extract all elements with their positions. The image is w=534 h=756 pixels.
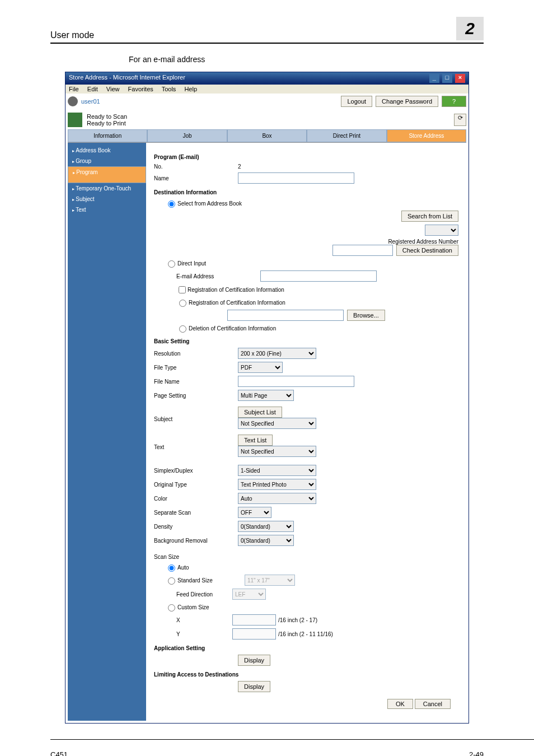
status-print: Ready to Print bbox=[87, 120, 127, 127]
reg-addr-num-input[interactable] bbox=[332, 245, 393, 256]
printer-icon bbox=[68, 113, 82, 127]
limit-display-button[interactable]: Display bbox=[238, 681, 270, 692]
menu-tools[interactable]: Tools bbox=[162, 86, 176, 92]
basic-heading: Basic Setting bbox=[154, 338, 458, 344]
dest-heading: Destination Information bbox=[154, 189, 458, 195]
menu-edit[interactable]: Edit bbox=[87, 86, 98, 92]
subject-select[interactable]: Not Specified bbox=[238, 418, 316, 429]
custsize-label: Custom Size bbox=[177, 604, 209, 610]
refresh-button[interactable]: ⟳ bbox=[454, 114, 466, 126]
menu-favorites[interactable]: Favorites bbox=[128, 86, 153, 92]
select-addr-radio[interactable] bbox=[168, 200, 175, 208]
cert-file-input[interactable] bbox=[227, 310, 344, 321]
search-list-button[interactable]: Search from List bbox=[401, 211, 458, 222]
custsize-radio[interactable] bbox=[168, 604, 175, 612]
del-cert-radio[interactable] bbox=[179, 325, 186, 333]
sepscan-select[interactable]: OFF bbox=[238, 507, 271, 518]
tab-store-address[interactable]: Store Address bbox=[387, 129, 466, 142]
sidebar-group[interactable]: Group bbox=[68, 156, 146, 166]
email-addr-input[interactable] bbox=[260, 270, 377, 282]
maximize-button[interactable]: □ bbox=[442, 74, 452, 83]
sidebar-temp-onetouch[interactable]: Temporary One-Touch bbox=[68, 183, 146, 194]
minimize-button[interactable]: _ bbox=[429, 74, 439, 83]
filetype-label: File Type bbox=[154, 365, 238, 371]
tab-direct-print[interactable]: Direct Print bbox=[307, 129, 386, 142]
chapter-number: 2 bbox=[456, 17, 484, 40]
x-unit: /16 inch (2 - 17) bbox=[278, 617, 317, 623]
email-addr-label: E-mail Address bbox=[176, 273, 260, 279]
name-input[interactable] bbox=[238, 172, 354, 184]
titlebar: Store Address - Microsoft Internet Explo… bbox=[65, 72, 469, 85]
origtype-label: Original Type bbox=[154, 482, 238, 488]
ok-button[interactable]: OK bbox=[387, 699, 413, 709]
help-button[interactable]: ? bbox=[442, 96, 466, 107]
reg-cert2-radio[interactable] bbox=[179, 300, 186, 307]
search-list-select[interactable] bbox=[425, 225, 458, 236]
color-label: Color bbox=[154, 496, 238, 502]
tab-job[interactable]: Job bbox=[147, 129, 227, 142]
stdsize-radio[interactable] bbox=[168, 577, 175, 585]
cancel-button[interactable]: Cancel bbox=[415, 699, 451, 709]
window-title: Store Address - Microsoft Internet Explo… bbox=[69, 74, 185, 83]
logout-button[interactable]: Logout bbox=[341, 96, 372, 107]
change-password-button[interactable]: Change Password bbox=[376, 96, 438, 107]
color-select[interactable]: Auto bbox=[238, 493, 316, 504]
no-label: No. bbox=[154, 164, 238, 170]
close-button[interactable]: × bbox=[455, 74, 465, 83]
density-label: Density bbox=[154, 524, 238, 530]
reg-cert2-label: Registration of Certification Informatio… bbox=[189, 300, 285, 306]
no-value: 2 bbox=[238, 164, 241, 170]
pageset-select[interactable]: Multi Page bbox=[238, 390, 294, 401]
menu-file[interactable]: File bbox=[69, 86, 79, 92]
text-label: Text bbox=[154, 444, 238, 450]
window-controls: _ □ × bbox=[428, 74, 465, 83]
tabs: Information Job Box Direct Print Store A… bbox=[68, 129, 466, 143]
filename-label: File Name bbox=[154, 379, 238, 385]
resolution-select[interactable]: 200 x 200 (Fine) bbox=[238, 348, 316, 359]
status-scan: Ready to Scan bbox=[87, 113, 127, 120]
sidebar-text[interactable]: Text bbox=[68, 204, 146, 215]
subject-list-button[interactable]: Subject List bbox=[238, 407, 282, 418]
subtitle: For an e-mail address bbox=[129, 55, 484, 64]
direct-input-radio[interactable] bbox=[168, 260, 175, 268]
bgremove-select[interactable]: 0(Standard) bbox=[238, 535, 294, 546]
feeddir-label: Feed Direction bbox=[176, 591, 232, 598]
name-label: Name bbox=[154, 175, 238, 181]
x-input[interactable] bbox=[232, 614, 276, 626]
tab-box[interactable]: Box bbox=[227, 129, 307, 142]
username: user01 bbox=[81, 98, 100, 105]
reg-cert-checkbox[interactable] bbox=[179, 286, 186, 293]
feeddir-select[interactable]: LEF bbox=[232, 589, 266, 600]
text-list-button[interactable]: Text List bbox=[238, 435, 273, 446]
text-select[interactable]: Not Specified bbox=[238, 446, 316, 457]
y-input[interactable] bbox=[232, 628, 276, 640]
auto-radio[interactable] bbox=[168, 564, 175, 572]
bgremove-label: Background Removal bbox=[154, 538, 238, 544]
stdsize-select[interactable]: 11" x 17" bbox=[245, 575, 295, 586]
menu-view[interactable]: View bbox=[106, 86, 120, 92]
footer-right: 2-49 bbox=[469, 750, 484, 756]
check-dest-button[interactable]: Check Destination bbox=[396, 245, 458, 256]
sidebar-program[interactable]: Program bbox=[68, 166, 146, 183]
density-select[interactable]: 0(Standard) bbox=[238, 521, 294, 532]
simplex-label: Simplex/Duplex bbox=[154, 468, 238, 474]
simplex-select[interactable]: 1-Sided bbox=[238, 465, 316, 476]
x-label: X bbox=[176, 617, 232, 623]
browser-window: Store Address - Microsoft Internet Explo… bbox=[65, 72, 469, 724]
scansize-label: Scan Size bbox=[154, 554, 458, 560]
menu-help[interactable]: Help bbox=[184, 86, 197, 92]
pageset-label: Page Setting bbox=[154, 393, 238, 399]
sidebar-address-book[interactable]: Address Book bbox=[68, 145, 146, 156]
appset-heading: Application Setting bbox=[154, 645, 458, 651]
section-title: User mode bbox=[50, 30, 94, 40]
origtype-select[interactable]: Text Printed Photo bbox=[238, 479, 316, 490]
filetype-select[interactable]: PDF bbox=[238, 362, 283, 373]
filename-input[interactable] bbox=[238, 376, 354, 387]
footer-left: C451 bbox=[50, 750, 68, 756]
browse-button[interactable]: Browse... bbox=[347, 310, 385, 321]
del-cert-label: Deletion of Certification Information bbox=[189, 325, 276, 332]
sidebar-subject[interactable]: Subject bbox=[68, 194, 146, 204]
appset-display-button[interactable]: Display bbox=[238, 655, 270, 666]
tab-information[interactable]: Information bbox=[68, 129, 147, 142]
program-heading: Program (E-mail) bbox=[154, 154, 458, 160]
